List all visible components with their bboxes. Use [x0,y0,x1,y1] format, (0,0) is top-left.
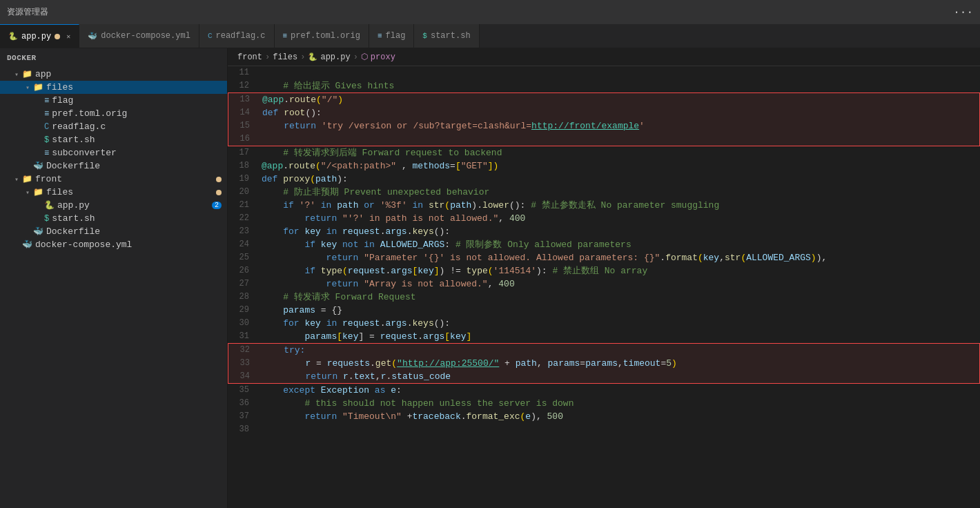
line-content-27: return "Array is not allowed.", 400 [259,277,980,291]
code-line-24: 24 if key not in ALLOWED_ARGS: # 限制参数 On… [228,238,980,251]
tree-icon-front-dockerfile: 🐳 [33,226,43,237]
line-content-28: # 转发请求 Forward Request [259,291,980,304]
tab-readflag[interactable]: Creadflag.c [199,24,275,48]
sidebar-item-files-folder[interactable]: ▾📁files [0,81,227,94]
line-content-22: return "'?' in path is not allowed.", 40… [259,212,980,225]
code-line-25: 25 return "Parameter '{}' is not allowed… [228,251,980,264]
breadcrumb-sep-1: › [265,52,270,62]
tree-label-front-dockerfile: Dockerfile [46,226,227,237]
editor-panel: front›files›🐍 app.py›⬡ proxy 1112 # 给出提示… [228,48,980,508]
sidebar-item-startsh-file[interactable]: $start.sh [0,133,227,146]
tree-label-front-startsh: start.sh [52,213,227,224]
sidebar-item-docker-compose-file[interactable]: 🐳docker-compose.yml [0,238,227,251]
tree-label-subconverter-file: subconverter [52,148,227,158]
code-content: 1112 # 给出提示 Gives hints13@app.route("/")… [228,66,980,450]
sidebar-item-readflag-file[interactable]: Creadflag.c [0,120,227,133]
line-num-16: 16 [228,133,259,146]
line-content-21: if '?' in path or '%3f' in str(path).low… [259,199,980,212]
tab-label-readflag: readflag.c [215,31,265,41]
tree-label-dockerfile-app: Dockerfile [46,161,227,171]
sidebar-item-app-folder[interactable]: ▾📁app [0,68,227,81]
sidebar-item-flag-file[interactable]: ≡flag [0,94,227,107]
tab-label-docker-compose: docker-compose.yml [101,31,190,41]
tree-icon-front-folder: 📁 [22,174,32,184]
sidebar: DOCKER ▾📁app▾📁files≡flag≡pref.toml.origC… [0,48,228,508]
tree-arrow-app-folder: ▾ [11,70,22,79]
sidebar-item-front-files-folder[interactable]: ▾📁files [0,186,227,199]
tab-close-app-py[interactable]: ✕ [66,32,70,41]
line-content-23: for key in request.args.keys(): [259,225,980,238]
line-num-38: 38 [228,423,259,436]
code-editor[interactable]: 1112 # 给出提示 Gives hints13@app.route("/")… [228,66,980,508]
line-num-36: 36 [228,397,259,410]
tab-start-sh[interactable]: $start.sh [414,24,479,48]
tree-label-pref-file: pref.toml.orig [52,108,227,119]
title-dots[interactable]: ··· [953,6,973,19]
tab-icon-pref-toml: ≡ [283,32,288,40]
line-content-26: if type(request.args[key]) != type('1145… [259,264,980,277]
sidebar-item-front-folder[interactable]: ▾📁front [0,173,227,186]
tree-icon-readflag-file: C [44,122,49,132]
tab-label-start-sh: start.sh [431,31,471,41]
breadcrumb-sep-5: › [353,52,358,62]
line-content-13: @app.route("/") [259,93,979,106]
line-num-35: 35 [228,384,259,397]
tab-app-py[interactable]: 🐍app.py✕ [0,24,79,48]
code-line-26: 26 if type(request.args[key]) != type('1… [228,264,980,277]
code-line-12: 12 # 给出提示 Gives hints [228,79,980,92]
tree-label-flag-file: flag [52,95,227,106]
sidebar-item-subconverter-file[interactable]: ≡subconverter [0,146,227,159]
line-content-17: # 转发请求到后端 Forward request to backend [259,146,980,159]
code-line-20: 20 # 防止非预期 Prevent unexpected behavior [228,186,980,199]
line-num-21: 21 [228,199,259,212]
line-num-33: 33 [228,357,259,370]
code-line-32: 32 try: [228,343,980,357]
tree-arrow-front-folder: ▾ [11,175,22,184]
tree-label-startsh-file: start.sh [52,135,227,145]
tree-arrow-front-files-folder: ▾ [22,188,33,197]
line-num-13: 13 [228,93,259,106]
tab-label-app-py: app.py [21,32,51,41]
tree-label-front-files-folder: files [46,187,216,197]
code-line-34: 34 return r.text,r.status_code [228,370,980,384]
tab-badge-app-py [55,34,60,39]
apppy-icon: 🐍 [308,52,317,61]
line-content-31: params[key] = request.args[key] [259,330,980,343]
line-content-37: return "Timeout\n" +traceback.format_exc… [259,410,980,423]
sidebar-item-front-apppy[interactable]: 🐍app.py2 [0,199,227,212]
sidebar-item-dockerfile-app[interactable]: 🐳Dockerfile [0,159,227,173]
sidebar-item-front-dockerfile[interactable]: 🐳Dockerfile [0,225,227,238]
breadcrumb-part-4: app.py [320,52,350,62]
line-content-14: def root(): [259,106,979,119]
tree-icon-front-apppy: 🐍 [44,200,55,211]
main-area: DOCKER ▾📁app▾📁files≡flag≡pref.toml.origC… [0,48,980,508]
tree-label-front-apppy: app.py [57,200,212,211]
tree-icon-startsh-file: $ [44,135,49,145]
tree-icon-docker-compose-file: 🐳 [22,240,32,250]
code-line-33: 33 r = requests.get("http://app:25500/" … [228,357,980,370]
tab-icon-start-sh: $ [422,32,427,40]
sidebar-header: DOCKER [0,48,227,68]
line-content-32: try: [259,344,979,357]
tab-flag[interactable]: ≡flag [369,24,414,48]
tree-label-files-folder: files [46,82,227,92]
code-line-18: 18@app.route("/<path:path>" , methods=["… [228,159,980,173]
code-line-30: 30 for key in request.args.keys(): [228,317,980,330]
code-line-29: 29 params = {} [228,304,980,317]
tree-icon-flag-file: ≡ [44,96,49,106]
tree-label-docker-compose-file: docker-compose.yml [35,240,227,250]
tree-label-app-folder: app [35,69,227,79]
line-content-20: # 防止非预期 Prevent unexpected behavior [259,186,980,199]
line-num-26: 26 [228,264,259,277]
line-content-30: for key in request.args.keys(): [259,317,980,330]
sidebar-item-pref-file[interactable]: ≡pref.toml.orig [0,107,227,120]
sidebar-item-front-startsh[interactable]: $start.sh [0,212,227,225]
tab-pref-toml[interactable]: ≡pref.toml.orig [275,24,369,48]
line-num-29: 29 [228,304,259,317]
line-content-35: except Exception as e: [259,384,980,397]
tree-icon-front-startsh: $ [44,214,49,224]
code-line-27: 27 return "Array is not allowed.", 400 [228,277,980,291]
code-line-22: 22 return "'?' in path is not allowed.",… [228,212,980,225]
line-num-12: 12 [228,79,259,92]
tab-docker-compose[interactable]: 🐳docker-compose.yml [79,24,199,48]
